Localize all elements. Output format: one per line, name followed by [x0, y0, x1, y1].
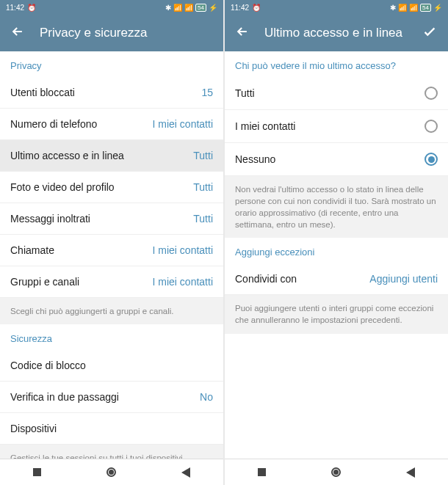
row-passcode[interactable]: Codice di blocco [0, 350, 223, 382]
back-icon[interactable] [235, 24, 250, 42]
row-devices[interactable]: Dispositivi [0, 413, 223, 445]
status-time: 11:42 [6, 4, 24, 12]
label: Messaggi inoltrati [10, 213, 90, 225]
nav-bar [225, 459, 448, 485]
row-forwarded-messages[interactable]: Messaggi inoltrati Tutti [0, 203, 223, 235]
label: Utenti bloccati [10, 87, 75, 98]
row-last-seen[interactable]: Ultimo accesso e in linea Tutti [0, 140, 223, 172]
charging-icon: ⚡ [209, 4, 217, 12]
bluetooth-icon: ✱ [165, 4, 171, 12]
label: Numero di telefono [10, 118, 97, 130]
nav-home[interactable] [104, 465, 119, 480]
row-share-with[interactable]: Condividi con Aggiungi utenti [225, 263, 448, 295]
who-footer: Non vedrai l'ultimo accesso o lo stato i… [225, 176, 448, 238]
value: Tutti [193, 150, 213, 161]
value: I miei contatti [153, 244, 213, 256]
signal-icon: 📶 [184, 4, 193, 12]
content: Privacy Utenti bloccati 15 Numero di tel… [0, 51, 223, 459]
value: Tutti [193, 213, 213, 225]
status-bar: 11:42 ⏰ ✱ 📶 📶 54 ⚡ [225, 0, 448, 15]
row-blocked-users[interactable]: Utenti bloccati 15 [0, 77, 223, 109]
label: Verifica in due passaggi [10, 391, 119, 403]
label: Foto e video del profilo [10, 181, 115, 193]
nav-recent[interactable] [30, 465, 45, 480]
screen-last-seen: 11:42 ⏰ ✱ 📶 📶 54 ⚡ Ultimo accesso e in l… [225, 0, 448, 485]
signal-icon: 📶 [173, 4, 182, 12]
row-calls[interactable]: Chiamate I miei contatti [0, 235, 223, 266]
section-who-can-see: Chi può vedere il mio ultimo accesso? [225, 51, 448, 77]
row-groups[interactable]: Gruppi e canali I miei contatti [0, 266, 223, 298]
section-security: Sicurezza [0, 324, 223, 350]
label: Dispositivi [10, 423, 57, 434]
header: Ultimo accesso e in linea [225, 15, 448, 51]
header: Privacy e sicurezza [0, 15, 223, 51]
exceptions-footer: Puoi aggiungere utenti o interi gruppi c… [225, 295, 448, 333]
label: Tutti [235, 87, 255, 99]
page-title: Privacy e sicurezza [40, 26, 213, 40]
nav-home[interactable] [329, 465, 344, 480]
screen-privacy: 11:42 ⏰ ✱ 📶 📶 54 ⚡ Privacy e sicurezza P… [0, 0, 223, 485]
row-profile-photo[interactable]: Foto e video del profilo Tutti [0, 172, 223, 203]
charging-icon: ⚡ [433, 4, 442, 12]
status-bar: 11:42 ⏰ ✱ 📶 📶 54 ⚡ [0, 0, 223, 15]
label: I miei contatti [235, 120, 295, 132]
radio-icon [424, 120, 438, 133]
signal-icon: 📶 [409, 4, 418, 12]
label: Chiamate [10, 244, 54, 256]
battery-icon: 54 [195, 4, 206, 12]
value: No [200, 391, 213, 403]
label: Nessuno [235, 153, 275, 165]
nav-recent[interactable] [255, 465, 270, 480]
signal-icon: 📶 [398, 4, 407, 12]
option-nobody[interactable]: Nessuno [225, 143, 448, 176]
content: Chi può vedere il mio ultimo accesso? Tu… [225, 51, 448, 459]
section-exceptions: Aggiungi eccezioni [225, 238, 448, 263]
battery-icon: 54 [420, 4, 431, 12]
label: Gruppi e canali [10, 276, 79, 288]
nav-bar [0, 459, 223, 485]
section-privacy: Privacy [0, 51, 223, 77]
value: Tutti [193, 181, 213, 193]
label: Condividi con [235, 273, 297, 285]
confirm-icon[interactable] [422, 23, 438, 43]
alarm-icon: ⏰ [252, 4, 261, 12]
radio-icon [424, 153, 438, 166]
value: I miei contatti [153, 118, 213, 130]
nav-back[interactable] [403, 465, 418, 480]
nav-back[interactable] [178, 465, 193, 480]
groups-footer: Scegli chi può aggiungerti a gruppi e ca… [0, 298, 223, 324]
value: Aggiungi utenti [369, 273, 438, 285]
row-phone-number[interactable]: Numero di telefono I miei contatti [0, 109, 223, 140]
radio-icon [424, 87, 438, 100]
option-everybody[interactable]: Tutti [225, 77, 448, 110]
label: Codice di blocco [10, 360, 86, 371]
value: I miei contatti [153, 276, 213, 288]
value: 15 [201, 87, 213, 98]
status-time: 11:42 [231, 4, 249, 12]
bluetooth-icon: ✱ [390, 4, 396, 12]
label: Ultimo accesso e in linea [10, 150, 124, 161]
row-two-step[interactable]: Verifica in due passaggi No [0, 382, 223, 413]
page-title: Ultimo accesso e in linea [264, 26, 407, 40]
back-icon[interactable] [10, 24, 25, 42]
sessions-footer: Gestisci le tue sessioni su tutti i tuoi… [0, 445, 223, 459]
alarm-icon: ⏰ [27, 4, 36, 12]
option-contacts[interactable]: I miei contatti [225, 110, 448, 143]
